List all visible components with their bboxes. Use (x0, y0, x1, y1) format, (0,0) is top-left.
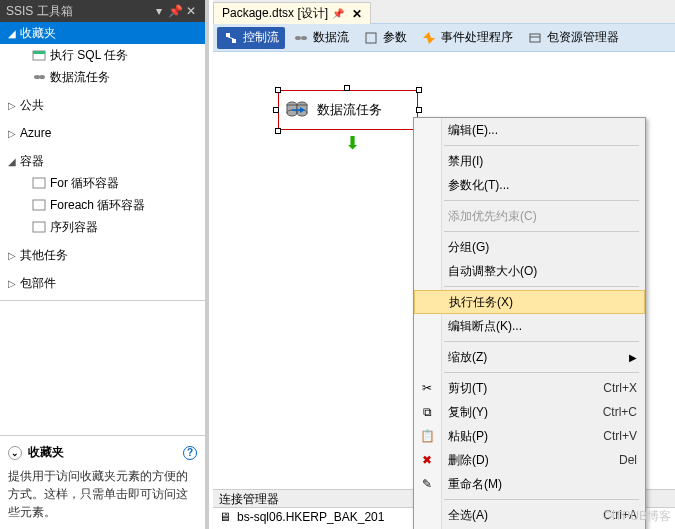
tree-item-exec-sql[interactable]: 执行 SQL 任务 (0, 44, 205, 66)
menu-item-edit[interactable]: 编辑(E)... (414, 118, 645, 142)
copy-icon: ⧉ (419, 405, 435, 419)
tab-event-handlers[interactable]: 事件处理程序 (415, 27, 519, 49)
tree-group-containers[interactable]: ◢ 容器 (0, 150, 205, 172)
sequence-icon (32, 220, 50, 234)
menu-item-add-constraint: 添加优先约束(C) (414, 204, 645, 228)
precedence-arrow-icon[interactable]: ⬇ (345, 132, 360, 154)
svg-rect-1 (33, 51, 45, 54)
chevron-down-icon: ◢ (8, 156, 20, 167)
svg-rect-5 (33, 200, 45, 210)
menu-item-label: 全选(A) (448, 507, 488, 524)
watermark: ©ITPUB博客 (603, 508, 671, 525)
tree-favorites[interactable]: ◢ 收藏夹 (0, 22, 205, 44)
event-handlers-icon (421, 30, 437, 46)
database-icon (285, 100, 309, 120)
menu-item-paste[interactable]: 📋粘贴(P)Ctrl+V (414, 424, 645, 448)
toolbox-panel: SSIS 工具箱 ▾ 📌 ✕ ◢ 收藏夹 执行 SQL 任务 数据流任务 ▷ 公… (0, 0, 209, 529)
dataflow-task-box[interactable]: 数据流任务 (278, 90, 418, 130)
designer-toolbar: 控制流 数据流 参数 事件处理程序 包资源管理器 (213, 24, 675, 52)
tab-package-explorer[interactable]: 包资源管理器 (521, 27, 625, 49)
selection-handle[interactable] (275, 128, 281, 134)
delete-icon: ✖ (419, 453, 435, 467)
dataflow-task-icon (32, 70, 50, 84)
menu-separator (444, 372, 639, 373)
connection-icon: 🖥 (219, 510, 233, 524)
tab-parameters[interactable]: 参数 (357, 27, 413, 49)
selection-handle[interactable] (273, 107, 279, 113)
selection-handle[interactable] (275, 87, 281, 93)
menu-item-label: 执行任务(X) (449, 294, 513, 311)
svg-rect-8 (232, 39, 236, 43)
svg-point-16 (287, 110, 297, 116)
submenu-arrow-icon: ▶ (629, 352, 637, 363)
menu-item-label: 粘贴(P) (448, 428, 488, 445)
selection-handle[interactable] (416, 87, 422, 93)
tree-group-other-tasks[interactable]: ▷ 其他任务 (0, 244, 205, 266)
tab-control-flow[interactable]: 控制流 (217, 27, 285, 49)
parameters-icon (363, 30, 379, 46)
fav-description: 提供用于访问收藏夹元素的方便的方式。这样，只需单击即可访问这些元素。 (8, 467, 197, 521)
chevron-right-icon: ▷ (8, 250, 20, 261)
fav-title: 收藏夹 (28, 444, 64, 461)
sql-task-icon (32, 48, 50, 62)
menu-item-execute-task[interactable]: 执行任务(X) (414, 290, 645, 314)
menu-separator (444, 145, 639, 146)
menu-item-edit-breakpoint[interactable]: 编辑断点(K)... (414, 314, 645, 338)
close-icon[interactable]: ✕ (352, 7, 362, 21)
panel-pin-icon[interactable]: 📌 (167, 4, 183, 18)
data-flow-icon (293, 30, 309, 46)
rename-icon: ✎ (419, 477, 435, 491)
tree-item-sequence[interactable]: 序列容器 (0, 216, 205, 238)
menu-item-label: 缩放(Z) (448, 349, 487, 366)
selection-handle[interactable] (416, 107, 422, 113)
menu-item-cut[interactable]: ✂剪切(T)Ctrl+X (414, 376, 645, 400)
menu-separator (444, 231, 639, 232)
foreach-loop-icon (32, 198, 50, 212)
svg-rect-11 (366, 33, 376, 43)
menu-item-disable[interactable]: 禁用(I) (414, 149, 645, 173)
tree-group-packages[interactable]: ▷ 包部件 (0, 272, 205, 294)
menu-shortcut: Ctrl+C (603, 405, 637, 419)
pin-icon[interactable]: 📌 (332, 8, 344, 19)
context-menu: 编辑(E)...禁用(I)参数化(T)...添加优先约束(C)分组(G)自动调整… (413, 117, 646, 529)
menu-separator (444, 499, 639, 500)
menu-item-delete[interactable]: ✖删除(D)Del (414, 448, 645, 472)
svg-rect-12 (530, 34, 540, 42)
svg-point-10 (301, 36, 307, 40)
menu-item-parameterize[interactable]: 参数化(T)... (414, 173, 645, 197)
menu-item-label: 删除(D) (448, 452, 489, 469)
svg-point-9 (295, 36, 301, 40)
menu-shortcut: Ctrl+X (603, 381, 637, 395)
tab-data-flow[interactable]: 数据流 (287, 27, 355, 49)
tree-group-azure[interactable]: ▷ Azure (0, 122, 205, 144)
svg-rect-4 (33, 178, 45, 188)
menu-item-autosize[interactable]: 自动调整大小(O) (414, 259, 645, 283)
menu-separator (444, 200, 639, 201)
document-tabs: Package.dtsx [设计] 📌 ✕ (213, 0, 675, 24)
menu-item-zoom[interactable]: 缩放(Z)▶ (414, 345, 645, 369)
svg-point-3 (39, 75, 45, 79)
menu-shortcut: Ctrl+V (603, 429, 637, 443)
panel-dropdown-icon[interactable]: ▾ (151, 4, 167, 18)
tree-group-common[interactable]: ▷ 公共 (0, 94, 205, 116)
tree-item-foreach-loop[interactable]: Foreach 循环容器 (0, 194, 205, 216)
package-explorer-icon (527, 30, 543, 46)
menu-item-copy[interactable]: ⧉复制(Y)Ctrl+C (414, 400, 645, 424)
panel-close-icon[interactable]: ✕ (183, 4, 199, 18)
collapse-icon[interactable]: ⌄ (8, 446, 22, 460)
menu-item-label: 重命名(M) (448, 476, 502, 493)
favorites-info: ⌄ 收藏夹 ? 提供用于访问收藏夹元素的方便的方式。这样，只需单击即可访问这些元… (0, 435, 205, 529)
menu-item-rename[interactable]: ✎重命名(M) (414, 472, 645, 496)
menu-item-group[interactable]: 分组(G) (414, 235, 645, 259)
svg-rect-7 (226, 33, 230, 37)
toolbox-title: SSIS 工具箱 (6, 3, 151, 20)
cut-icon: ✂ (419, 381, 435, 395)
selection-handle[interactable] (344, 85, 350, 91)
chevron-right-icon: ▷ (8, 128, 20, 139)
menu-item-label: 剪切(T) (448, 380, 487, 397)
tab-package[interactable]: Package.dtsx [设计] 📌 ✕ (213, 2, 371, 24)
menu-item-label: 自动调整大小(O) (448, 263, 537, 280)
tree-item-for-loop[interactable]: For 循环容器 (0, 172, 205, 194)
help-icon[interactable]: ? (183, 446, 197, 460)
tree-item-dataflow[interactable]: 数据流任务 (0, 66, 205, 88)
